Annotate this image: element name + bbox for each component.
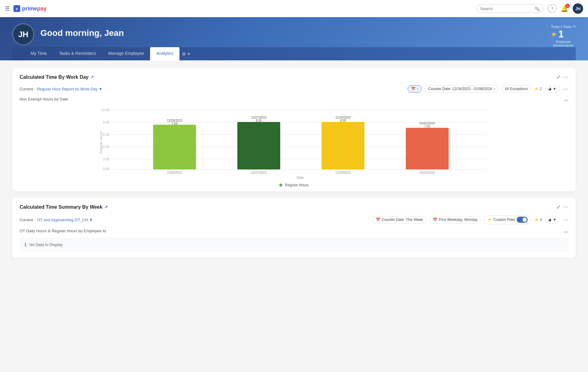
svg-text:12/27/2023: 12/27/2023 bbox=[251, 171, 266, 174]
svg-text:12/29/2023: 12/29/2023 bbox=[335, 171, 351, 174]
notification-count: 2 bbox=[565, 4, 570, 8]
chart2-filter-count[interactable]: ⚡ 3 bbox=[534, 218, 542, 222]
logo[interactable]: p primepay bbox=[13, 5, 47, 12]
chart1-container: 10.00 8.00 6.00 4.00 2.00 0.00 Regular H… bbox=[20, 106, 568, 185]
legend-dot bbox=[279, 184, 282, 187]
pie2-icon: ◕ bbox=[548, 218, 551, 222]
exceptions-filter[interactable]: All Exceptions bbox=[501, 85, 531, 93]
chart1-title: Calculated Time By Work Day ↗ bbox=[20, 74, 94, 80]
chart2-chart-type[interactable]: ◕ ▼ bbox=[545, 216, 560, 223]
chart1-expand-link[interactable]: ↗ bbox=[90, 75, 94, 79]
chart1-filter-bar: Current: Regular Hour Report by Work Day… bbox=[20, 85, 568, 93]
main-content: Calculated Time By Work Day ↗ ⤢ ··· Curr… bbox=[0, 60, 588, 271]
logo-text: primepay bbox=[22, 6, 47, 12]
chart2-card: Calculated Time Summary By Week ↗ ⤢ ··· … bbox=[12, 198, 576, 258]
date-range-pill[interactable]: Counter Date: 12/24/2023 - 01/06/2024 › bbox=[425, 85, 498, 93]
calendar-icon: 📅 bbox=[411, 87, 416, 91]
chart1-subtitle: Non Exempt Hours by Date bbox=[20, 97, 68, 101]
tasks-label2: Anniversaries bbox=[551, 44, 576, 47]
chart2-report-type[interactable]: OT and Approaching OT_CH ▼ bbox=[37, 218, 93, 222]
hero-banner: JH Good morning, Jean Today's Tasks ↻ ★ … bbox=[0, 17, 588, 60]
chart-type-selector[interactable]: ◕ ▼ bbox=[545, 85, 560, 93]
tab-analytics[interactable]: Analytics bbox=[150, 47, 179, 60]
svg-text:0.00: 0.00 bbox=[103, 167, 110, 171]
chart1-legend: Regular Hours bbox=[20, 183, 568, 187]
tasks-count: 1 bbox=[558, 28, 564, 40]
prev-arrow[interactable]: ‹ bbox=[417, 87, 418, 91]
svg-text:01/02/2024: 01/02/2024 bbox=[420, 171, 435, 174]
chart1-card: Calculated Time By Work Day ↗ ⤢ ··· Curr… bbox=[12, 68, 576, 192]
tasks-title-text: Today's Tasks bbox=[551, 25, 572, 28]
bar-1229[interactable] bbox=[322, 122, 364, 169]
bar-1227[interactable] bbox=[237, 122, 280, 169]
chart2-filter-more[interactable]: ··· bbox=[563, 217, 568, 223]
svg-text:Regular Hours: Regular Hours bbox=[99, 131, 103, 153]
tab-manage-employee[interactable]: Manage Employee bbox=[102, 47, 150, 60]
search-input[interactable] bbox=[480, 6, 532, 11]
logo-icon: p bbox=[13, 5, 20, 12]
chart1-svg: 10.00 8.00 6.00 4.00 2.00 0.00 Regular H… bbox=[20, 106, 568, 179]
chart1-more-icon[interactable]: ··· bbox=[563, 74, 568, 80]
user-avatar[interactable]: JH bbox=[573, 3, 583, 14]
filter-count[interactable]: ⚡ 2 bbox=[534, 87, 542, 91]
chevron-down-icon: ▼ bbox=[553, 87, 556, 91]
next-arrow[interactable]: › bbox=[494, 87, 495, 91]
pie-chart-icon: ◕ bbox=[548, 87, 551, 91]
topbar: ☰ p primepay 🔍 ? 🔔 2 JH bbox=[0, 0, 588, 17]
legend-label: Regular Hours bbox=[285, 183, 308, 187]
refresh-icon[interactable]: ↻ bbox=[573, 25, 576, 28]
chart2-filter-bar: Current: OT and Approaching OT_CH ▼ 📅 Co… bbox=[20, 215, 568, 224]
current-label: Current: bbox=[20, 87, 34, 91]
chart2-expand-link[interactable]: ↗ bbox=[104, 205, 108, 209]
chart2-edit-icon[interactable]: ✏ bbox=[564, 229, 568, 235]
chart2-more-icon[interactable]: ··· bbox=[563, 204, 568, 210]
calendar2-icon: 📅 bbox=[433, 218, 437, 222]
report-type-selector[interactable]: Regular Hour Report by Work Day ▼ bbox=[37, 87, 103, 91]
notifications-button[interactable]: 🔔 2 bbox=[561, 5, 568, 12]
chart2-custom-filter[interactable]: ⚡ Custom Filter bbox=[484, 215, 531, 224]
svg-text:8.00: 8.00 bbox=[256, 119, 262, 122]
chart2-current-label: Current: bbox=[20, 218, 34, 222]
chart2-counter-date[interactable]: 📅 Counter Date: This Week bbox=[372, 216, 426, 223]
help-button[interactable]: ? bbox=[548, 4, 556, 13]
search-box[interactable]: 🔍 bbox=[476, 4, 544, 13]
custom-filter-toggle[interactable] bbox=[517, 217, 528, 223]
settings-dropdown[interactable]: ⚙ ▼ bbox=[179, 48, 193, 60]
chart1-edit-icon[interactable]: ✏ bbox=[564, 97, 568, 103]
filter2-icon: ⚡ bbox=[487, 218, 492, 222]
chart1-filter-more[interactable]: ··· bbox=[563, 86, 568, 92]
chart2-fullscreen-icon[interactable]: ⤢ bbox=[556, 204, 560, 210]
svg-text:8.00: 8.00 bbox=[103, 120, 110, 124]
chart2-first-weekday[interactable]: 📅 First Weekday: Monday bbox=[429, 216, 481, 223]
date-prev-button[interactable]: 📅 ‹ bbox=[408, 85, 422, 93]
info-icon: ℹ bbox=[24, 242, 26, 248]
menu-toggle[interactable]: ☰ bbox=[5, 5, 10, 12]
svg-text:6.00: 6.00 bbox=[103, 133, 110, 136]
filter-icon: ⚡ bbox=[534, 87, 539, 91]
nav-tabs: My Time Tasks & Reminders Manage Employe… bbox=[12, 47, 576, 60]
chevron2-down-icon: ▼ bbox=[553, 218, 556, 222]
hero-greeting: Good morning, Jean bbox=[40, 23, 124, 38]
hero-avatar: JH bbox=[12, 23, 34, 45]
svg-text:8.00: 8.00 bbox=[340, 119, 346, 122]
svg-text:2.00: 2.00 bbox=[103, 157, 110, 161]
bar-1226[interactable] bbox=[153, 125, 196, 169]
tab-tasks-reminders[interactable]: Tasks & Reminders bbox=[53, 47, 102, 60]
chevron-down-icon: ▼ bbox=[99, 87, 103, 91]
svg-text:Date: Date bbox=[296, 176, 303, 179]
no-data-text: No Data to Display bbox=[29, 242, 62, 247]
tab-my-time[interactable]: My Time bbox=[24, 47, 53, 60]
hero-tasks: Today's Tasks ↻ ★ 1 Employee Anniversari… bbox=[551, 23, 576, 47]
bar-0102[interactable] bbox=[406, 128, 449, 169]
chart1-fullscreen-icon[interactable]: ⤢ bbox=[556, 74, 560, 80]
svg-text:7.50: 7.50 bbox=[172, 122, 178, 125]
calendar-icon: 📅 bbox=[376, 218, 380, 222]
filter2-count-icon: ⚡ bbox=[534, 218, 539, 222]
chevron-down-icon: ▼ bbox=[187, 52, 190, 56]
svg-text:7.00: 7.00 bbox=[424, 125, 430, 128]
star-icon: ★ bbox=[551, 31, 556, 38]
svg-text:10.00: 10.00 bbox=[101, 108, 110, 112]
gear-icon: ⚙ bbox=[182, 51, 186, 56]
search-icon: 🔍 bbox=[534, 6, 540, 11]
chart2-title: Calculated Time Summary By Week ↗ bbox=[20, 204, 108, 210]
